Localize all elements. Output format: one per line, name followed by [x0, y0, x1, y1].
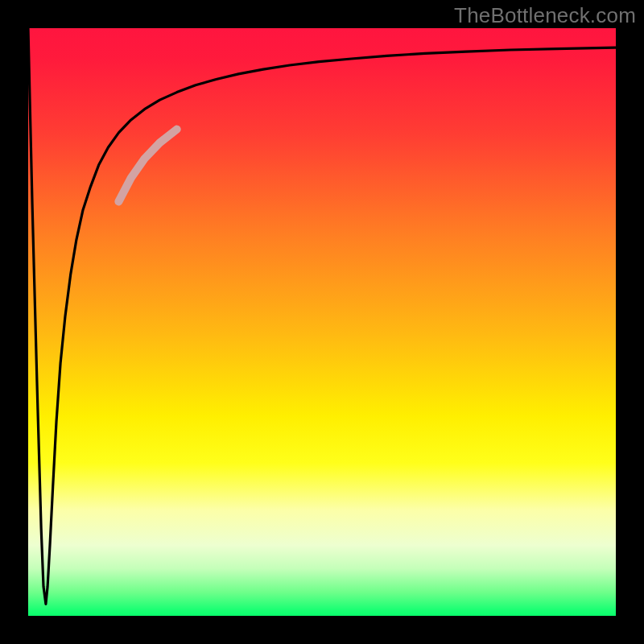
chart-frame: TheBottleneck.com: [0, 0, 644, 644]
curve-svg: [28, 28, 616, 616]
bottleneck-curve: [28, 28, 616, 604]
plot-area: [28, 28, 616, 616]
watermark-label: TheBottleneck.com: [454, 3, 636, 28]
highlight-segment: [118, 130, 176, 202]
